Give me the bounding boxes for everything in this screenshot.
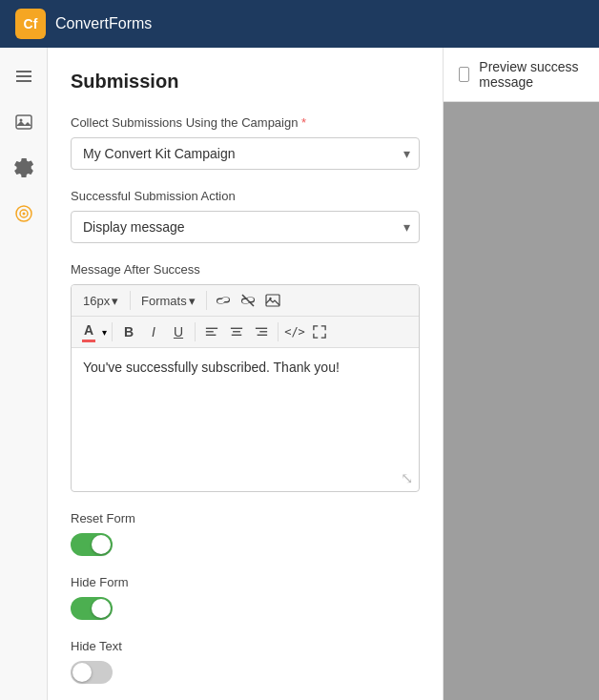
svg-point-7 xyxy=(22,213,25,216)
preview-panel: Preview success message xyxy=(444,48,599,700)
editor-resize-handle[interactable]: ⤡ xyxy=(401,469,413,487)
formats-button[interactable]: Formats ▾ xyxy=(135,291,201,311)
toolbar-separator-1 xyxy=(130,291,131,310)
main-layout: Submission Collect Submissions Using the… xyxy=(0,48,599,700)
svg-rect-15 xyxy=(233,331,240,332)
section-title: Submission xyxy=(71,71,420,93)
toolbar-separator-3 xyxy=(112,322,113,341)
editor-body[interactable]: You've successfully subscribed. Thank yo… xyxy=(72,348,419,491)
hide-text-thumb xyxy=(72,663,92,682)
hide-form-label: Hide Form xyxy=(71,575,420,589)
action-label: Successful Submission Action xyxy=(71,189,420,203)
preview-checkbox[interactable] xyxy=(459,67,469,82)
hide-form-thumb xyxy=(92,599,111,618)
hide-form-toggle-row: Hide Form xyxy=(71,575,420,620)
unlink-button[interactable] xyxy=(237,289,259,312)
reset-form-track[interactable] xyxy=(71,533,113,556)
editor-toolbar-2: A ▾ B I U xyxy=(72,317,419,348)
hide-text-label: Hide Text xyxy=(71,639,420,653)
sidebar-icon-list[interactable] xyxy=(10,63,37,90)
campaign-select[interactable]: My Convert Kit Campaign xyxy=(71,137,420,170)
main-area: Submission Collect Submissions Using the… xyxy=(48,48,599,700)
app-logo: Cf xyxy=(15,9,46,39)
color-bar xyxy=(82,340,95,342)
campaign-label: Collect Submissions Using the Campaign * xyxy=(71,115,420,130)
message-field-group: Message After Success 16px ▾ xyxy=(71,262,420,492)
font-size-button[interactable]: 16px ▾ xyxy=(77,291,125,311)
svg-rect-0 xyxy=(16,71,31,72)
svg-rect-12 xyxy=(206,331,214,332)
svg-rect-14 xyxy=(231,328,242,329)
message-label: Message After Success xyxy=(71,262,420,277)
action-field-group: Successful Submission Action Display mes… xyxy=(71,189,420,243)
campaign-select-wrapper: My Convert Kit Campaign xyxy=(71,137,420,170)
svg-line-8 xyxy=(242,295,254,306)
editor-toolbar: 16px ▾ Formats ▾ xyxy=(72,285,419,317)
svg-rect-16 xyxy=(232,335,242,336)
align-center-button[interactable] xyxy=(225,320,248,343)
hide-text-track[interactable] xyxy=(71,661,113,684)
svg-rect-17 xyxy=(256,328,267,329)
toolbar-formats-group: Formats ▾ xyxy=(135,291,201,311)
svg-rect-18 xyxy=(259,331,267,332)
fullscreen-button[interactable] xyxy=(308,320,331,343)
svg-rect-3 xyxy=(16,115,31,129)
preview-body xyxy=(444,102,599,700)
italic-button[interactable]: I xyxy=(142,320,165,343)
campaign-required: * xyxy=(301,115,306,130)
svg-rect-9 xyxy=(266,295,279,306)
reset-form-toggle[interactable] xyxy=(71,533,113,556)
sidebar-icon-image[interactable] xyxy=(10,109,37,135)
image-insert-button[interactable] xyxy=(261,289,284,312)
svg-rect-1 xyxy=(16,75,31,77)
hide-form-track[interactable] xyxy=(71,597,113,620)
reset-form-label: Reset Form xyxy=(71,511,420,525)
link-button[interactable] xyxy=(212,289,235,312)
hide-form-toggle[interactable] xyxy=(71,597,113,620)
align-left-button[interactable] xyxy=(200,320,223,343)
svg-rect-2 xyxy=(16,80,31,82)
action-select-wrapper: Display messageRedirect to URL xyxy=(71,211,420,243)
align-right-button[interactable] xyxy=(250,320,273,343)
toolbar-separator-4 xyxy=(195,322,196,341)
hide-text-toggle[interactable] xyxy=(71,661,113,684)
bold-button[interactable]: B xyxy=(117,320,140,343)
app-header: Cf ConvertForms xyxy=(0,0,599,48)
preview-header: Preview success message xyxy=(444,48,599,102)
underline-button[interactable]: U xyxy=(167,320,190,343)
campaign-field-group: Collect Submissions Using the Campaign *… xyxy=(71,115,420,170)
editor-container: 16px ▾ Formats ▾ xyxy=(71,284,420,492)
hide-text-toggle-row: Hide Text xyxy=(71,639,420,684)
sidebar xyxy=(0,48,48,700)
code-button[interactable]: </> xyxy=(283,320,306,343)
reset-form-thumb xyxy=(92,535,111,554)
reset-form-toggle-row: Reset Form xyxy=(71,511,420,556)
text-color-button[interactable]: A xyxy=(77,320,100,343)
preview-label: Preview success message xyxy=(479,59,584,90)
action-select[interactable]: Display messageRedirect to URL xyxy=(71,211,420,243)
svg-rect-13 xyxy=(206,335,217,336)
svg-rect-11 xyxy=(206,328,217,329)
form-panel: Submission Collect Submissions Using the… xyxy=(48,48,444,700)
toolbar-separator-5 xyxy=(278,322,279,341)
toolbar-separator-2 xyxy=(206,291,207,310)
svg-rect-19 xyxy=(258,335,268,336)
sidebar-icon-target[interactable] xyxy=(10,200,37,227)
sidebar-icon-settings[interactable] xyxy=(10,154,37,181)
toolbar-fontsize-group: 16px ▾ xyxy=(77,291,125,311)
app-title: ConvertForms xyxy=(55,15,152,32)
